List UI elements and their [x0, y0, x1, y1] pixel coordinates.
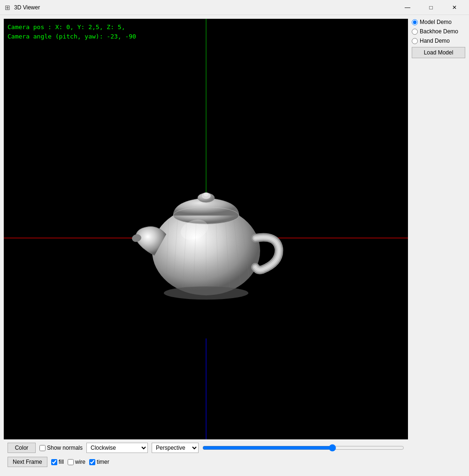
backhoe-demo-radio[interactable]: [412, 29, 418, 35]
projection-dropdown[interactable]: Perspective Orthographic: [152, 443, 199, 453]
timer-label[interactable]: timer: [89, 459, 109, 465]
timer-checkbox[interactable]: [89, 459, 95, 465]
minimize-button[interactable]: —: [397, 0, 418, 15]
show-normals-label[interactable]: Show normals: [39, 445, 83, 451]
value-slider[interactable]: [202, 444, 404, 452]
window-controls: — □ ✕: [397, 0, 465, 15]
right-panel: Model Demo Backhoe Demo Hand Demo Load M…: [408, 15, 469, 476]
camera-angle-text: Camera angle (pitch, yaw): -23, -90: [8, 32, 136, 41]
app-icon: ⊞: [4, 4, 11, 11]
camera-pos-text: Camera pos : X: 0, Y: 2,5, Z: 5,: [8, 23, 136, 32]
titlebar: ⊞ 3D Viewer — □ ✕: [0, 0, 469, 15]
hand-demo-radio[interactable]: [412, 38, 418, 44]
svg-point-15: [204, 192, 208, 196]
backhoe-demo-option[interactable]: Backhoe Demo: [412, 28, 465, 35]
model-demo-radio[interactable]: [412, 19, 418, 25]
show-normals-checkbox[interactable]: [39, 445, 46, 451]
svg-point-16: [164, 286, 248, 299]
color-button[interactable]: Color: [8, 443, 36, 453]
teapot-model: [126, 169, 286, 300]
model-demo-option[interactable]: Model Demo: [412, 19, 465, 25]
load-model-button[interactable]: Load Model: [412, 47, 465, 58]
main-content: Camera pos : X: 0, Y: 2,5, Z: 5, Camera …: [0, 15, 469, 476]
y-axis-negative: [206, 338, 207, 439]
fill-checkbox[interactable]: [51, 459, 57, 465]
wire-label[interactable]: wire: [68, 459, 85, 465]
fill-label[interactable]: fill: [51, 459, 64, 465]
hand-demo-option[interactable]: Hand Demo: [412, 38, 465, 44]
wire-checkbox[interactable]: [68, 459, 74, 465]
bottom-controls: Color Show normals Clockwise Counter-Clo…: [4, 439, 408, 472]
close-button[interactable]: ✕: [444, 0, 465, 15]
slider-container: [202, 444, 404, 452]
3d-viewport[interactable]: Camera pos : X: 0, Y: 2,5, Z: 5, Camera …: [4, 19, 408, 439]
controls-row-1: Color Show normals Clockwise Counter-Clo…: [8, 441, 404, 454]
viewport-container: Camera pos : X: 0, Y: 2,5, Z: 5, Camera …: [0, 15, 408, 476]
camera-info: Camera pos : X: 0, Y: 2,5, Z: 5, Camera …: [8, 23, 136, 41]
controls-row-2: Next Frame fill wire timer: [8, 455, 404, 468]
next-frame-button[interactable]: Next Frame: [8, 457, 47, 467]
window-title: 3D Viewer: [14, 4, 397, 11]
rotation-dropdown[interactable]: Clockwise Counter-Clockwise: [86, 443, 148, 453]
maximize-button[interactable]: □: [420, 0, 442, 15]
